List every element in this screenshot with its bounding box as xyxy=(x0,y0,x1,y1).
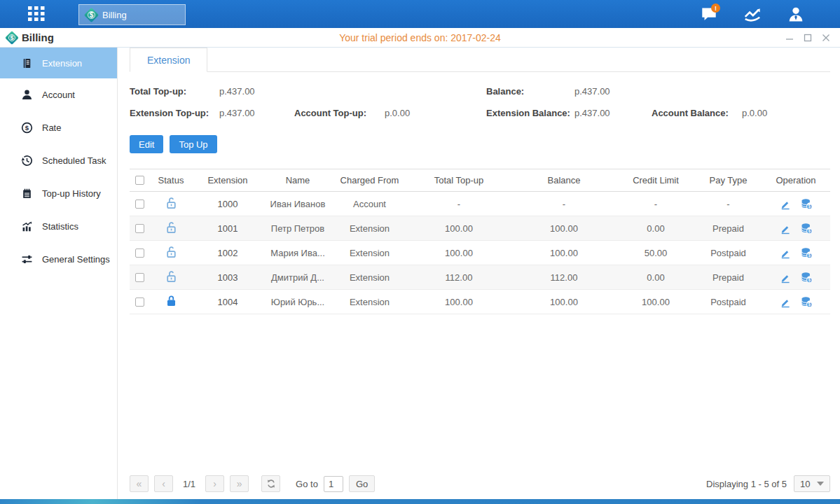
sidebar-item-account[interactable]: Account xyxy=(0,78,117,111)
top-up-icon[interactable]: $ xyxy=(801,272,813,284)
go-button[interactable]: Go xyxy=(349,475,375,492)
row-checkbox[interactable] xyxy=(135,200,144,209)
ledger-icon xyxy=(21,57,33,69)
sidebar-item-topup-history[interactable]: Top-up History xyxy=(0,177,117,210)
person-icon xyxy=(21,89,33,101)
account-balance-label: Account Balance: xyxy=(652,108,742,118)
next-page-button[interactable]: › xyxy=(205,475,224,492)
operation-cell: $ xyxy=(762,290,830,314)
column-header-status: Status xyxy=(149,169,193,192)
svg-text:$: $ xyxy=(25,124,29,132)
apps-grid-icon[interactable] xyxy=(27,5,48,23)
tab-bar: Extension xyxy=(130,48,830,72)
sidebar-item-statistics[interactable]: Statistics xyxy=(0,210,117,243)
first-page-button[interactable]: « xyxy=(130,475,149,492)
name-cell: Юрий Юрь... xyxy=(263,290,333,314)
column-header-operation: Operation xyxy=(762,169,830,192)
extension-table: StatusExtensionNameCharged FromTotal Top… xyxy=(130,169,830,314)
charged-from-cell: Extension xyxy=(333,216,406,241)
total-topup-cell: 100.00 xyxy=(406,241,511,265)
row-checkbox[interactable] xyxy=(135,224,144,233)
edit-icon[interactable] xyxy=(780,272,791,284)
status-cell xyxy=(149,241,193,265)
billing-app-icon: $ xyxy=(84,7,99,22)
credit-limit-cell: 0.00 xyxy=(617,216,695,241)
row-checkbox[interactable] xyxy=(135,248,144,258)
lock-open-icon xyxy=(165,270,177,283)
column-header-name: Name xyxy=(263,169,333,192)
window-title-bar: $ Billing Your trial period ends on: 201… xyxy=(0,28,840,48)
edit-button[interactable]: Edit xyxy=(130,135,163,153)
column-header-total-top-up: Total Top-up xyxy=(406,169,511,192)
top-up-button[interactable]: Top Up xyxy=(170,135,216,153)
sidebar-item-rate[interactable]: $ Rate xyxy=(0,111,117,144)
table-row: 1001Петр ПетровExtension100.00100.000.00… xyxy=(130,216,830,241)
extension-cell: 1003 xyxy=(193,265,263,290)
tab-extension[interactable]: Extension xyxy=(130,48,207,72)
window-title: $ Billing xyxy=(7,31,54,43)
status-cell xyxy=(149,290,193,314)
pay-type-cell: Prepaid xyxy=(695,216,762,241)
extension-cell: 1002 xyxy=(193,241,263,265)
pay-type-cell: Postpaid xyxy=(695,290,762,314)
refresh-button[interactable] xyxy=(261,475,280,492)
balance-cell: 100.00 xyxy=(511,216,617,241)
table-body: 1000Иван ИвановAccount---- $ 1001Петр Пе… xyxy=(130,192,830,314)
sidebar-item-general-settings[interactable]: General Settings xyxy=(0,243,117,276)
total-topup-value: p.437.00 xyxy=(219,86,294,97)
sidebar-item-scheduled-task[interactable]: Scheduled Task xyxy=(0,144,117,177)
total-topup-cell: 100.00 xyxy=(406,216,511,241)
edit-icon[interactable] xyxy=(780,198,791,210)
account-balance-value: p.0.00 xyxy=(742,108,830,118)
top-up-icon[interactable]: $ xyxy=(801,198,813,210)
edit-icon[interactable] xyxy=(780,223,791,234)
credit-limit-cell: - xyxy=(617,192,695,216)
top-up-icon[interactable]: $ xyxy=(801,247,813,259)
action-buttons: Edit Top Up xyxy=(130,135,830,153)
pay-type-cell: - xyxy=(695,192,762,216)
status-cell xyxy=(149,192,193,216)
pay-type-cell: Postpaid xyxy=(695,241,762,265)
chat-icon[interactable]: ! xyxy=(697,2,721,26)
row-checkbox[interactable] xyxy=(135,273,144,282)
line-chart-icon[interactable] xyxy=(741,2,764,26)
top-up-icon[interactable]: $ xyxy=(801,296,813,308)
page-size-select[interactable]: 10 xyxy=(794,475,830,492)
minimize-icon[interactable] xyxy=(784,32,795,43)
top-up-icon[interactable]: $ xyxy=(801,223,813,234)
total-topup-label: Total Top-up: xyxy=(130,86,219,97)
prev-page-button[interactable]: ‹ xyxy=(154,475,173,492)
name-cell: Мария Ива... xyxy=(263,241,333,265)
sidebar-item-extension[interactable]: Extension xyxy=(0,48,117,78)
balance-cell: 100.00 xyxy=(511,290,617,314)
svg-text:$: $ xyxy=(808,302,811,307)
page-indicator: 1/1 xyxy=(179,479,200,489)
select-all-checkbox[interactable] xyxy=(130,169,149,192)
close-icon[interactable] xyxy=(820,32,832,43)
edit-icon[interactable] xyxy=(780,247,791,259)
column-header-charged-from: Charged From xyxy=(333,169,406,192)
svg-text:$: $ xyxy=(808,277,811,283)
row-checkbox[interactable] xyxy=(135,298,144,307)
column-header-credit-limit: Credit Limit xyxy=(617,169,695,192)
charged-from-cell: Extension xyxy=(333,290,406,314)
last-page-button[interactable]: » xyxy=(230,475,249,492)
billing-window-icon: $ xyxy=(5,31,19,45)
column-header-pay-type: Pay Type xyxy=(695,169,762,192)
balance-cell: 100.00 xyxy=(511,241,617,265)
extension-cell: 1000 xyxy=(193,192,263,216)
checkbox[interactable] xyxy=(135,176,144,185)
taskbar-tab-billing[interactable]: $ Billing xyxy=(78,4,186,25)
displaying-text: Displaying 1 - 5 of 5 xyxy=(706,479,787,489)
maximize-icon[interactable] xyxy=(802,32,813,43)
desktop-top-bar: $ Billing ! xyxy=(0,0,840,28)
table-header-row: StatusExtensionNameCharged FromTotal Top… xyxy=(130,169,830,192)
balance-cell: 112.00 xyxy=(511,265,617,290)
operation-cell: $ xyxy=(762,192,830,216)
edit-icon[interactable] xyxy=(780,296,791,308)
user-icon[interactable] xyxy=(784,2,808,26)
charged-from-cell: Account xyxy=(333,192,406,216)
charged-from-cell: Extension xyxy=(333,241,406,265)
trial-notice: Your trial period ends on: 2017-02-24 xyxy=(0,32,840,43)
goto-page-input[interactable] xyxy=(324,476,343,492)
